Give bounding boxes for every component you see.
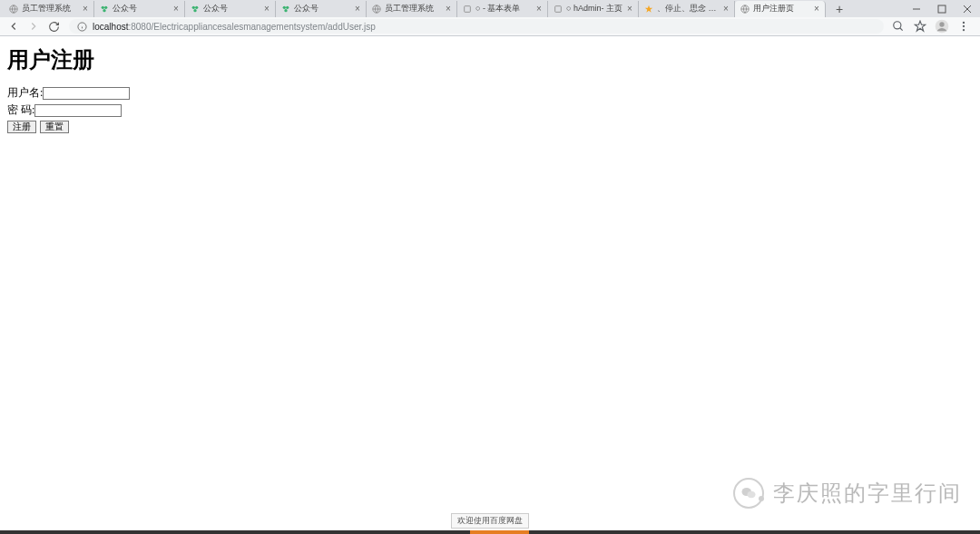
tab-1[interactable]: 公众号 ×: [94, 1, 185, 17]
svg-point-1: [102, 5, 104, 8]
tab-title: 用户注册页: [753, 3, 809, 15]
globe-icon: [740, 5, 750, 14]
watermark-text: 李庆照的字里行间: [773, 479, 962, 508]
status-tooltip: 欢迎使用百度网盘: [451, 513, 529, 529]
baidu-icon: [191, 5, 200, 14]
username-input[interactable]: [43, 87, 130, 100]
close-icon[interactable]: ×: [625, 5, 634, 14]
tab-strip: 员工管理系统 × 公众号 × 公众号 × 公众号 ×: [0, 0, 980, 17]
svg-rect-11: [465, 5, 471, 12]
tab-0[interactable]: 员工管理系统 ×: [4, 1, 94, 17]
svg-point-24: [939, 22, 944, 26]
url-text: localhost:8080/Electricappliancesalesman…: [93, 22, 877, 32]
svg-point-25: [963, 22, 965, 24]
url-host: localhost: [93, 22, 128, 32]
svg-point-5: [195, 5, 198, 8]
profile-icon[interactable]: [935, 19, 949, 34]
username-label: 用户名:: [7, 85, 43, 101]
svg-point-2: [104, 5, 107, 8]
svg-rect-15: [938, 5, 946, 13]
svg-point-7: [283, 5, 286, 8]
reload-button[interactable]: [45, 18, 62, 34]
globe-icon: [9, 5, 18, 14]
tab-title: 公众号: [203, 3, 260, 15]
tab-2[interactable]: 公众号 ×: [185, 1, 276, 17]
username-row: 用户名:: [7, 85, 973, 101]
reset-button[interactable]: 重置: [40, 121, 69, 133]
new-tab-button[interactable]: +: [831, 1, 848, 17]
tab-title: 公众号: [113, 3, 169, 15]
svg-rect-12: [555, 5, 562, 12]
close-icon[interactable]: ×: [172, 5, 181, 14]
tab-8-active[interactable]: 用户注册页 ×: [735, 1, 826, 17]
tab-6[interactable]: ○ hAdmin- 主页 ×: [548, 1, 639, 17]
watermark: 李庆照的字里行间: [733, 478, 962, 509]
password-input[interactable]: [34, 104, 122, 117]
svg-point-29: [748, 491, 756, 499]
generic-icon: [554, 5, 563, 14]
password-row: 密 码:: [7, 102, 973, 118]
tab-title: ○ - 基本表单: [475, 3, 532, 15]
svg-point-6: [193, 9, 196, 12]
tab-title: 公众号: [294, 3, 350, 15]
tab-title: 、停止、思念 [http://: [657, 3, 719, 15]
close-window-button[interactable]: [955, 0, 980, 17]
close-icon[interactable]: ×: [444, 5, 453, 14]
url-path: /Electricappliancesalesmanagementsystem/…: [152, 22, 376, 32]
close-icon[interactable]: ×: [262, 5, 271, 14]
password-label: 密 码:: [7, 102, 34, 118]
close-icon[interactable]: ×: [81, 5, 90, 14]
maximize-button[interactable]: [929, 0, 955, 17]
star-icon: [644, 5, 653, 14]
globe-icon: [372, 5, 381, 14]
svg-point-21: [894, 22, 901, 29]
tab-5[interactable]: ○ - 基本表单 ×: [457, 1, 548, 17]
minimize-button[interactable]: [904, 0, 929, 17]
url-port: :8080: [128, 22, 151, 32]
page-content: 用户注册 用户名: 密 码: 注册 重置: [0, 36, 980, 142]
tab-title: 员工管理系统: [22, 3, 78, 15]
zoom-icon[interactable]: [891, 19, 906, 34]
tab-4[interactable]: 员工管理系统 ×: [367, 1, 457, 17]
wechat-icon: [733, 478, 764, 509]
window-controls: [904, 0, 980, 17]
toolbar: localhost:8080/Electricappliancesalesman…: [0, 17, 980, 35]
back-button[interactable]: [5, 18, 22, 34]
taskbar-edge: [0, 530, 980, 534]
svg-point-26: [963, 25, 965, 27]
svg-point-8: [286, 5, 289, 8]
baidu-icon: [281, 5, 290, 14]
baidu-icon: [100, 5, 109, 14]
forward-button[interactable]: [25, 18, 42, 34]
svg-line-22: [900, 28, 903, 31]
menu-icon[interactable]: [956, 19, 971, 34]
bookmark-star-icon[interactable]: [913, 19, 927, 34]
generic-icon: [463, 5, 472, 14]
register-button[interactable]: 注册: [7, 121, 36, 133]
tab-3[interactable]: 公众号 ×: [276, 1, 367, 17]
close-icon[interactable]: ×: [534, 5, 544, 14]
tab-title: ○ hAdmin- 主页: [566, 3, 622, 15]
page-title: 用户注册: [7, 45, 973, 74]
address-bar[interactable]: localhost:8080/Electricappliancesalesman…: [69, 19, 884, 34]
tab-7[interactable]: 、停止、思念 [http:// ×: [639, 1, 735, 17]
svg-point-3: [103, 9, 105, 12]
toolbar-right: [891, 19, 975, 34]
svg-point-27: [963, 29, 965, 31]
svg-point-4: [192, 5, 195, 8]
form-buttons: 注册 重置: [7, 121, 973, 133]
svg-point-9: [284, 9, 287, 12]
close-icon[interactable]: ×: [721, 5, 730, 14]
close-icon[interactable]: ×: [353, 5, 362, 14]
close-icon[interactable]: ×: [812, 5, 821, 14]
tab-title: 员工管理系统: [385, 3, 441, 15]
browser-chrome: 员工管理系统 × 公众号 × 公众号 × 公众号 ×: [0, 0, 980, 36]
site-info-icon[interactable]: [76, 21, 87, 32]
